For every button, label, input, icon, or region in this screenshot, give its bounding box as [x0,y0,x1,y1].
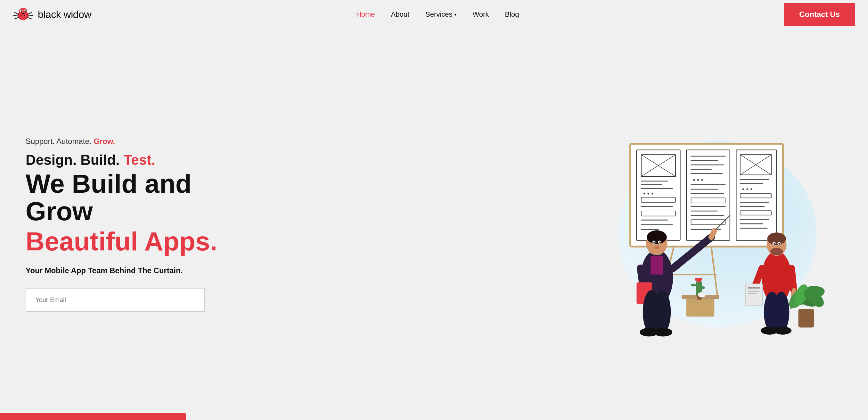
svg-point-92 [774,243,775,245]
svg-line-13 [28,18,32,19]
svg-line-80 [641,268,643,284]
svg-point-39 [701,179,703,181]
svg-line-99 [792,268,794,290]
svg-point-75 [654,246,659,249]
svg-rect-98 [748,293,756,294]
hero-section: Support. Automate. Grow. Design. Build. … [0,29,868,420]
svg-point-70 [647,230,666,244]
svg-point-113 [695,278,698,281]
nav-item-work[interactable]: Work [472,10,489,19]
svg-point-83 [653,290,671,334]
hero-tagline: Support. Automate. Grow. [26,137,243,146]
tagline-highlight: Grow. [94,137,115,145]
svg-point-5 [24,10,26,12]
svg-rect-110 [700,286,705,289]
illustration-svg [593,125,842,343]
svg-rect-106 [686,298,714,316]
svg-line-78 [711,231,715,237]
hero-subtitle: Design. Build. Test. [26,152,243,169]
svg-point-55 [742,188,744,190]
svg-point-57 [750,188,752,190]
svg-point-56 [746,188,748,190]
nav-links: Home About Services ▾ Work Blog [356,10,519,19]
chevron-down-icon: ▾ [454,12,457,17]
hero-title-line1: We Build and Grow [26,170,243,225]
svg-point-37 [693,179,695,181]
nav-item-about[interactable]: About [391,10,410,19]
svg-point-7 [25,10,26,11]
nav-item-home[interactable]: Home [356,10,375,19]
svg-point-24 [651,193,653,195]
nav-link-services[interactable]: Services ▾ [425,10,457,19]
svg-line-10 [14,18,19,19]
svg-point-38 [697,179,699,181]
svg-rect-109 [691,284,696,286]
svg-point-74 [659,242,661,243]
svg-rect-115 [799,309,814,327]
hero-content-left: Support. Automate. Grow. Design. Build. … [26,137,243,331]
svg-rect-96 [748,287,760,288]
svg-point-88 [767,232,786,245]
nav-link-about[interactable]: About [391,10,410,18]
nav-link-home[interactable]: Home [356,10,375,18]
svg-point-85 [654,328,672,336]
hero-title-line2: Beautiful Apps. [26,228,243,255]
subtitle-highlight: Test. [124,152,155,168]
nav-right: Contact Us [784,3,855,26]
contact-us-button[interactable]: Contact Us [784,3,855,26]
navbar: black widow Home About Services ▾ Work B… [0,0,868,29]
email-input[interactable] [26,288,205,312]
svg-line-11 [28,12,32,15]
svg-point-4 [21,10,23,12]
email-input-wrapper [26,288,205,312]
nav-item-services[interactable]: Services ▾ [425,10,457,19]
svg-point-23 [647,193,649,195]
svg-rect-97 [748,291,760,292]
nav-item-blog[interactable]: Blog [505,10,519,19]
nav-link-work[interactable]: Work [472,10,489,18]
tagline-plain: Support. Automate. [26,137,91,145]
svg-point-114 [699,278,703,281]
logo-text: black widow [38,9,91,21]
svg-point-103 [773,292,789,332]
svg-line-66 [711,247,717,296]
svg-point-6 [22,10,22,11]
svg-point-105 [774,327,792,335]
nav-link-blog[interactable]: Blog [505,10,519,18]
svg-point-22 [644,193,645,195]
svg-point-123 [698,292,706,296]
svg-point-89 [770,248,783,255]
bottom-accent-bar [0,413,186,420]
logo[interactable]: black widow [13,6,91,23]
svg-line-8 [14,12,19,15]
hero-illustration [593,125,842,343]
subtitle-plain: Design. Build. [26,152,120,168]
svg-point-73 [653,242,655,243]
svg-line-12 [28,16,33,16]
hero-description: Your Mobile App Team Behind The Curtain. [26,266,243,275]
svg-rect-76 [651,256,663,275]
logo-icon [13,6,33,23]
svg-point-93 [778,243,780,245]
svg-line-9 [14,16,18,16]
